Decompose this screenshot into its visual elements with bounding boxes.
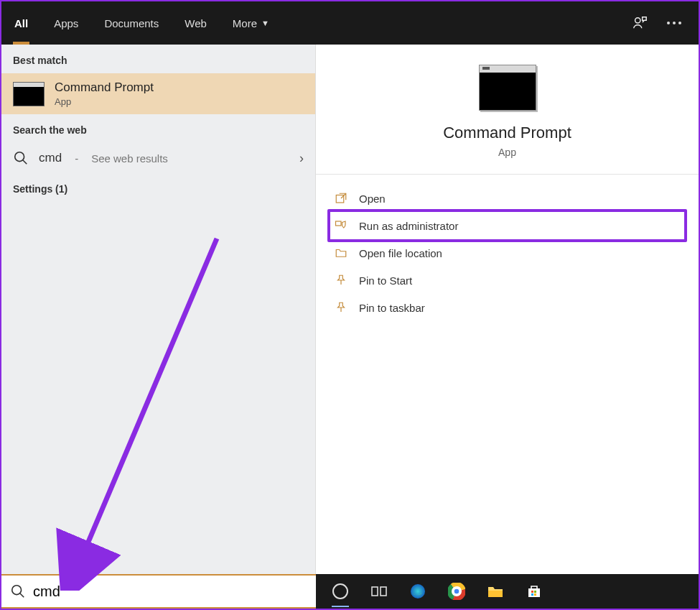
- svg-point-9: [411, 584, 425, 599]
- svg-rect-8: [381, 587, 386, 596]
- detail-pane: Command Prompt App Open Run as administr…: [316, 45, 699, 574]
- chevron-right-icon: ›: [299, 151, 304, 166]
- tab-more-label: More: [233, 17, 257, 29]
- section-search-web: Search the web: [1, 114, 315, 143]
- pin-icon: [335, 274, 347, 287]
- taskbar-cortana[interactable]: [323, 574, 358, 609]
- search-filter-bar: All Apps Documents Web More ▼: [1, 1, 699, 45]
- action-pin-start-label: Pin to Start: [359, 274, 412, 287]
- web-result[interactable]: cmd - See web results ›: [1, 143, 315, 173]
- search-results-pane: Best match Command Prompt App Search the…: [1, 45, 316, 574]
- svg-rect-17: [531, 591, 533, 593]
- more-options-icon[interactable]: [657, 1, 691, 45]
- tab-apps[interactable]: Apps: [41, 1, 91, 45]
- app-icon-large: [479, 65, 536, 111]
- svg-rect-4: [336, 221, 342, 226]
- action-run-as-administrator[interactable]: Run as administrator: [327, 209, 687, 242]
- shield-icon: [335, 219, 347, 232]
- action-open-label: Open: [359, 193, 386, 205]
- feedback-icon[interactable]: [622, 1, 657, 45]
- svg-rect-16: [488, 591, 503, 597]
- svg-point-1: [15, 152, 24, 162]
- action-pin-taskbar-label: Pin to taskbar: [359, 302, 425, 314]
- web-result-query: cmd: [39, 151, 62, 165]
- best-match-result[interactable]: Command Prompt App: [1, 73, 315, 114]
- taskbar-task-view[interactable]: [362, 574, 396, 609]
- command-prompt-icon: [13, 82, 45, 106]
- search-icon: [10, 583, 26, 599]
- taskbar-microsoft-store[interactable]: [517, 574, 551, 609]
- tab-documents[interactable]: Documents: [91, 1, 172, 45]
- svg-point-5: [12, 586, 22, 595]
- tab-web[interactable]: Web: [172, 1, 220, 45]
- svg-rect-20: [534, 593, 536, 596]
- web-result-hint: See web results: [91, 152, 168, 165]
- best-match-name: Command Prompt: [55, 80, 154, 95]
- taskbar-file-explorer[interactable]: [478, 574, 513, 609]
- detail-subtitle: App: [498, 147, 516, 158]
- best-match-type: App: [55, 96, 154, 107]
- action-pin-to-start[interactable]: Pin to Start: [330, 267, 684, 294]
- taskbar: [316, 574, 699, 609]
- folder-icon: [335, 246, 347, 259]
- pin-icon: [335, 301, 347, 314]
- open-icon: [335, 192, 347, 205]
- detail-title: Command Prompt: [443, 124, 571, 142]
- search-box[interactable]: [1, 574, 316, 609]
- chevron-down-icon: ▼: [261, 19, 269, 27]
- tab-all[interactable]: All: [1, 1, 41, 45]
- search-icon: [13, 150, 29, 166]
- svg-rect-19: [531, 593, 533, 596]
- svg-point-0: [635, 18, 640, 23]
- taskbar-chrome[interactable]: [439, 574, 474, 609]
- svg-rect-18: [534, 591, 536, 593]
- action-open[interactable]: Open: [330, 185, 684, 212]
- action-pin-to-taskbar[interactable]: Pin to taskbar: [330, 294, 684, 321]
- taskbar-edge[interactable]: [401, 574, 435, 609]
- svg-line-6: [20, 593, 24, 598]
- svg-line-2: [23, 160, 27, 165]
- svg-rect-7: [372, 587, 378, 596]
- action-location-label: Open file location: [359, 247, 442, 259]
- search-input[interactable]: [33, 583, 307, 600]
- tab-more[interactable]: More ▼: [220, 1, 282, 45]
- section-best-match: Best match: [1, 45, 315, 73]
- action-open-file-location[interactable]: Open file location: [330, 239, 684, 267]
- section-settings[interactable]: Settings (1): [1, 173, 315, 202]
- action-admin-label: Run as administrator: [359, 220, 458, 232]
- cortana-icon: [332, 583, 348, 599]
